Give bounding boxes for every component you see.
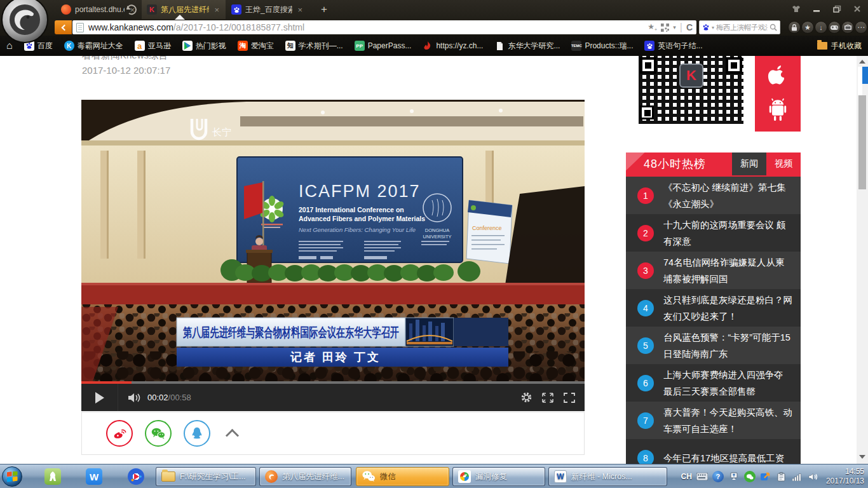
bookmark-journal[interactable]: 知 学术期刊—... xyxy=(285,41,343,51)
tab-close-icon[interactable]: × xyxy=(213,5,220,15)
help-icon[interactable]: ? xyxy=(712,471,724,482)
dhu-portal-icon xyxy=(61,4,71,15)
kankanews-logo: K xyxy=(679,64,703,88)
hot-list-header: 48小时热榜 新闻 视频 xyxy=(626,152,801,175)
bookmark-yz[interactable]: https://yz.ch... xyxy=(423,41,483,51)
bookmark-products[interactable]: TEMC Products::瑞... xyxy=(571,41,633,51)
banner-title: ICAFPM 2017 xyxy=(299,182,421,201)
taskbar-wechat-window[interactable]: 微信 xyxy=(356,467,449,486)
share-wechat-icon[interactable] xyxy=(145,420,172,447)
share-qq-icon[interactable] xyxy=(184,420,210,447)
page-scrollbar[interactable] xyxy=(857,56,868,464)
play-button[interactable] xyxy=(81,384,118,411)
tab-dhu-portal[interactable]: portaltest.dhu.edu.... × xyxy=(56,0,141,19)
clock-date: 2017/10/13 xyxy=(826,477,864,486)
search-box[interactable]: ▾ 梅西上演帽子戏法 xyxy=(699,20,780,34)
hot-item[interactable]: 3 74名电信网络诈骗嫌疑人从柬埔寨被押解回国 xyxy=(626,252,801,289)
tab-close-icon[interactable]: × xyxy=(128,5,136,15)
rank-badge: 8 xyxy=(637,450,654,464)
kankanews-watermark-icon xyxy=(626,152,646,175)
menu-more-button[interactable]: ⋯ xyxy=(855,21,867,34)
app-download-block: K xyxy=(626,56,801,132)
youdao-tray-icon[interactable] xyxy=(760,471,771,482)
video-controls: 00:02/00:58 xyxy=(81,384,585,411)
taskbar-word-window[interactable]: W 新纤维 - Micros... xyxy=(548,467,667,486)
collapse-share-chevron-icon[interactable] xyxy=(226,428,239,442)
share-weibo-icon[interactable] xyxy=(106,420,133,447)
hot-item[interactable]: 5 台风蓝色预警：“卡努”可能于15日登陆海南广东 xyxy=(626,327,801,364)
skin-button[interactable] xyxy=(787,3,806,15)
hot-item[interactable]: 2 十九大前的这两场重要会议 颇有深意 xyxy=(626,214,801,252)
show-hidden-icons[interactable] xyxy=(728,471,740,482)
bookmark-dhu-grad[interactable]: 东华大学研究... xyxy=(494,41,560,51)
bookmark-duba[interactable]: K 毒霸网址大全 xyxy=(64,41,123,51)
apple-logo-icon[interactable] xyxy=(767,64,789,90)
video-player: ICAFPM 2017 2017 International Conferenc… xyxy=(81,100,585,411)
video-progress-bar[interactable] xyxy=(81,381,585,384)
taskbar-folder-window[interactable]: F:\研究生学习\工... xyxy=(156,467,256,486)
tab-baidu-search[interactable]: 王烨_百度搜索 × xyxy=(226,0,309,19)
taskbar-clock[interactable]: 14:55 2017/10/13 xyxy=(826,467,864,486)
video-scene[interactable]: ICAFPM 2017 2017 International Conferenc… xyxy=(81,100,585,381)
browser-back-button[interactable] xyxy=(55,20,72,34)
start-button[interactable] xyxy=(2,466,22,487)
rank-badge: 6 xyxy=(637,375,654,391)
language-indicator[interactable]: CH xyxy=(681,472,692,481)
bookmark-taobao[interactable]: 淘 爱淘宝 xyxy=(238,41,274,51)
search-icon[interactable] xyxy=(770,24,777,31)
new-tab-button[interactable]: + xyxy=(316,2,332,17)
refresh-icon[interactable]: C xyxy=(686,22,693,32)
video-subtitle-title: 第八届先进纤维与聚合物材料国际会议在东华大学召开 xyxy=(182,325,399,339)
clipboard-tray-icon[interactable] xyxy=(776,471,787,482)
browser-chrome: portaltest.dhu.edu.... × K 第八届先进纤维与聚 × 王… xyxy=(0,0,868,56)
hot-item[interactable]: 4 这只鞋到底是灰绿还是粉白？网友们又吵起来了！ xyxy=(626,289,801,327)
wps-icon[interactable]: W xyxy=(86,468,102,485)
volume-tray-icon[interactable] xyxy=(808,471,819,482)
android-logo-icon[interactable] xyxy=(766,97,789,123)
network-signal-icon[interactable] xyxy=(792,471,803,482)
address-bar[interactable]: www.kankanews.com/a/2017-10-12/001818587… xyxy=(72,20,696,34)
shrink-screen-icon[interactable] xyxy=(541,392,554,403)
hot-item[interactable]: 1 《不忘初心 继续前进》第七集《永立潮头》 xyxy=(626,177,801,214)
minimize-button[interactable] xyxy=(807,3,826,15)
bookmark-english[interactable]: 英语句子结... xyxy=(644,41,702,51)
bookmark-hot-movies[interactable]: 热门影视 xyxy=(182,41,226,51)
bookmark-amazon[interactable]: a 亚马逊 xyxy=(135,41,171,51)
scroll-down-arrow[interactable] xyxy=(859,455,865,459)
keyboard-icon[interactable] xyxy=(696,471,708,482)
fullscreen-icon[interactable] xyxy=(563,392,576,403)
volume-icon[interactable] xyxy=(127,392,141,403)
mobile-favorites[interactable]: 手机收藏 xyxy=(817,41,862,51)
tab-close-icon[interactable]: × xyxy=(296,5,304,15)
search-dropdown-icon[interactable]: ▾ xyxy=(712,25,714,30)
video-tv-button[interactable] xyxy=(841,21,854,34)
wechat-tray-icon[interactable] xyxy=(744,471,756,482)
qr-scan-icon[interactable] xyxy=(661,24,669,32)
hot-item[interactable]: 6 上海大师赛费纳进入四强争夺 最后三天赛票全部售罄 xyxy=(626,364,801,402)
security-lock-button[interactable] xyxy=(788,21,801,34)
hot-tab-video[interactable]: 视频 xyxy=(766,152,801,175)
download-button[interactable]: ↓ xyxy=(815,21,827,34)
hot-item[interactable]: 8 今年已有17地区提高最低工资 xyxy=(626,439,801,464)
home-icon[interactable]: ⌂ xyxy=(6,40,13,51)
favorites-button[interactable]: ★ xyxy=(801,21,814,34)
search-query[interactable]: 梅西上演帽子戏法 xyxy=(716,23,768,32)
hot-item[interactable]: 7 喜大普奔！今天起购买高铁、动车票可自主选座！ xyxy=(626,402,801,439)
dropdown-caret-icon[interactable]: ▾ xyxy=(673,24,676,30)
favorite-star-icon[interactable]: ★+ xyxy=(648,22,657,32)
taskbar-browser-window[interactable]: 第八届先进纤维... xyxy=(259,467,351,486)
scroll-up-arrow[interactable] xyxy=(859,60,865,64)
media-player-icon[interactable] xyxy=(128,468,144,485)
coreldraw-icon[interactable] xyxy=(44,468,61,485)
games-button[interactable] xyxy=(828,21,841,34)
scrollbar-thumb[interactable] xyxy=(858,95,866,189)
taskbar-360-window[interactable]: 漏洞修复 xyxy=(452,467,545,486)
restore-button[interactable] xyxy=(827,3,846,15)
close-button[interactable] xyxy=(848,3,867,15)
settings-gear-icon[interactable] xyxy=(520,391,532,403)
taobao-icon: 淘 xyxy=(238,41,248,51)
bookmark-paperpass[interactable]: PP PaperPass... xyxy=(355,41,412,51)
hot-tab-news[interactable]: 新闻 xyxy=(732,152,766,175)
seal-text-2: UNIVERSITY xyxy=(423,234,451,240)
page-icon xyxy=(76,23,84,32)
